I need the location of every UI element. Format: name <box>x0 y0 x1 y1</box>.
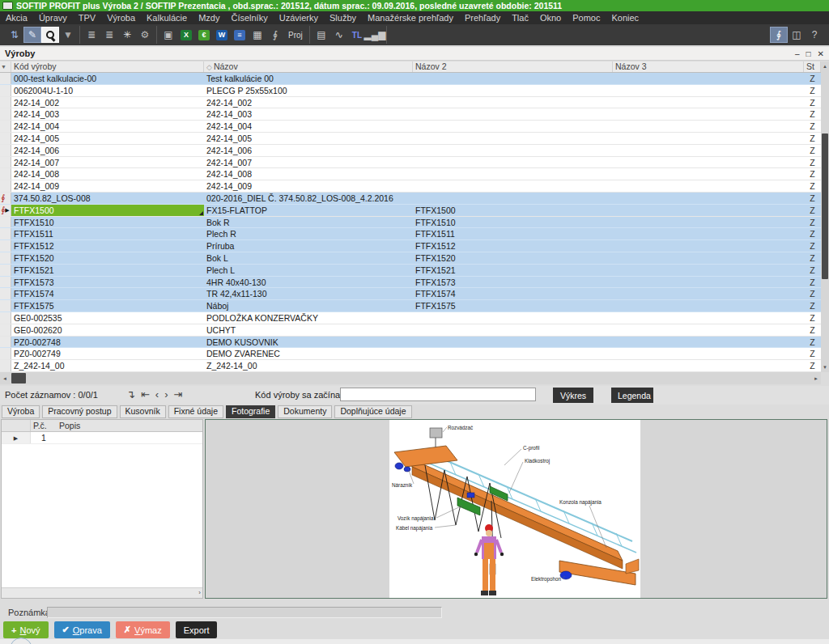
menu-item-sluzby[interactable]: Služby <box>324 11 362 24</box>
cell-kod-vyroby[interactable]: 374.50.82_LOS-008 <box>11 193 204 204</box>
cell-nazov-3[interactable] <box>613 205 804 216</box>
cell-nazov[interactable]: 4HR 40x40-130 <box>204 277 413 288</box>
table-row[interactable]: ∮374.50.82_LOS-008020-2016_DIEL Č. 374.5… <box>0 193 821 205</box>
cell-nazov-2[interactable] <box>413 193 613 204</box>
cell-st[interactable]: Z <box>804 348 821 359</box>
table-row[interactable]: PZ0-002748DEMO KUSOVNIKZ <box>0 337 821 349</box>
vertical-scrollbar-thumb[interactable] <box>822 133 828 279</box>
grid-header-gutter[interactable]: ▼ <box>0 61 11 72</box>
table-row[interactable]: 242-14_006242-14_006Z <box>0 145 821 157</box>
previous-record-icon[interactable]: ‹ <box>155 388 159 402</box>
cell-nazov[interactable]: 242-14_002 <box>204 97 413 108</box>
column-header-nazov-3[interactable]: Názov 3 <box>613 61 804 72</box>
cell-kod-vyroby[interactable]: FTFX1510 <box>11 217 204 228</box>
cell-st[interactable]: Z <box>804 312 821 324</box>
cell-kod-vyroby[interactable]: FTFX1575 <box>11 300 204 311</box>
cell-st[interactable]: Z <box>804 133 821 144</box>
cell-nazov[interactable]: 242-14_008 <box>204 168 413 180</box>
word-icon[interactable]: W <box>213 27 231 43</box>
scroll-left-icon[interactable]: ◄ <box>0 376 10 381</box>
table-row[interactable]: GE0-002620UCHYTZ <box>0 324 821 337</box>
column-header-popis[interactable]: Popis <box>57 420 202 431</box>
cell-st[interactable]: Z <box>804 300 821 311</box>
numbered-list-icon[interactable]: ≣ <box>83 27 100 43</box>
cell-st[interactable]: Z <box>804 265 821 276</box>
cell-nazov[interactable]: Plech L <box>204 265 413 276</box>
maximize-button[interactable]: □ <box>806 49 811 58</box>
cell-kod-vyroby[interactable]: 242-14_009 <box>11 180 204 192</box>
cell-nazov-3[interactable] <box>613 228 804 239</box>
cell-nazov-2[interactable] <box>413 168 613 180</box>
cell-st[interactable]: Z <box>804 97 821 108</box>
menu-item-vyroba[interactable]: Výroba <box>101 11 141 24</box>
table-icon[interactable]: ▦ <box>249 27 266 43</box>
cell-nazov-2[interactable] <box>413 180 613 192</box>
cell-nazov-2[interactable] <box>413 97 613 108</box>
cell-st[interactable]: Z <box>804 157 821 168</box>
cell-nazov-3[interactable] <box>613 288 804 299</box>
list-item[interactable]: ▶1 <box>2 432 202 444</box>
computer-icon[interactable]: ▣ <box>159 27 177 43</box>
cell-st[interactable]: Z <box>804 360 821 371</box>
gear-icon[interactable]: ⚙ <box>136 27 154 43</box>
photo-list-scrollbar[interactable]: › <box>2 587 202 598</box>
cell-nazov-3[interactable] <box>613 324 804 336</box>
cell-nazov[interactable]: DEMO KUSOVNIK <box>204 337 413 348</box>
menu-item-koniec[interactable]: Koniec <box>606 11 644 24</box>
table-row[interactable]: FTFX15734HR 40x40-130FTFX1573Z <box>0 277 821 289</box>
cell-nazov-2[interactable]: FTFX1511 <box>413 228 613 239</box>
cell-nazov-2[interactable]: FTFX1573 <box>413 277 613 288</box>
column-header-nazov[interactable]: ◇Názov <box>204 61 413 72</box>
table-row[interactable]: FTFX1510Bok RFTFX1510Z <box>0 217 821 229</box>
cell-nazov[interactable]: TR 42,4x11-130 <box>204 288 413 299</box>
txt-file-icon[interactable]: ▤ <box>312 27 330 43</box>
cell-st[interactable]: Z <box>804 240 821 252</box>
cell-nazov-2[interactable] <box>413 157 613 168</box>
menu-item-kalkulacie[interactable]: Kalkulácie <box>141 11 193 24</box>
cell-kod-vyroby[interactable]: 242-14_004 <box>11 121 204 132</box>
cell-pc[interactable]: 1 <box>31 432 57 443</box>
cell-kod-vyroby[interactable]: 242-14_006 <box>11 145 204 156</box>
cell-nazov[interactable]: PLECG P 25x55x100 <box>204 85 413 96</box>
bar-chart-icon[interactable]: ▂▄▆ <box>366 27 384 43</box>
note-field[interactable] <box>47 607 442 618</box>
cell-kod-vyroby[interactable]: FTFX1520 <box>11 252 204 264</box>
menu-item-prehlady[interactable]: Prehľady <box>459 11 506 24</box>
column-header-st[interactable]: St <box>804 61 821 72</box>
cell-st[interactable]: Z <box>804 85 821 96</box>
cell-nazov-3[interactable] <box>613 97 804 108</box>
scroll-right-icon[interactable]: ► <box>811 376 821 381</box>
cell-kod-vyroby[interactable]: GE0-002620 <box>11 324 204 336</box>
cell-kod-vyroby[interactable]: FTFX1512 <box>11 240 204 252</box>
cell-nazov[interactable]: 020-2016_DIEL Č. 374.50.82_LOS-008_4.2.2… <box>204 193 413 204</box>
excel-icon[interactable]: X <box>177 27 195 43</box>
cell-st[interactable]: Z <box>804 205 821 216</box>
cell-nazov[interactable]: 242-14_007 <box>204 157 413 168</box>
cell-nazov[interactable]: 242-14_005 <box>204 133 413 144</box>
first-record-icon[interactable]: ⇤ <box>141 388 150 402</box>
cell-nazov-3[interactable] <box>613 312 804 324</box>
legenda-button[interactable]: Legenda <box>611 388 653 403</box>
sort-icon[interactable]: ⇅ <box>6 27 23 43</box>
cell-kod-vyroby[interactable]: 242-14_008 <box>11 168 204 180</box>
tab-vyroba[interactable]: Výroba <box>2 405 40 418</box>
table-row[interactable]: 242-14_008242-14_008Z <box>0 168 821 180</box>
table-row[interactable]: FTFX1520Bok LFTFX1520Z <box>0 252 821 265</box>
menu-item-tlac[interactable]: Tlač <box>506 11 534 24</box>
cell-nazov-3[interactable] <box>613 73 804 84</box>
cell-nazov[interactable]: FX15-FLATTOP <box>204 205 413 216</box>
cell-nazov-2[interactable]: FTFX1575 <box>413 300 613 311</box>
cell-nazov[interactable]: 242-14_004 <box>204 121 413 132</box>
cell-nazov-3[interactable] <box>613 157 804 168</box>
cell-nazov[interactable]: Test kalkulácie 00 <box>204 73 413 84</box>
table-row[interactable]: 242-14_005242-14_005Z <box>0 133 821 145</box>
attachment-icon[interactable]: ∮ <box>770 27 788 43</box>
cell-st[interactable]: Z <box>804 108 821 120</box>
filter-edit-icon[interactable]: ✎ <box>23 27 41 43</box>
table-row[interactable]: FTFX1574TR 42,4x11-130FTFX1574Z <box>0 288 821 300</box>
goto-record-icon[interactable]: ↴ <box>126 388 135 402</box>
cell-nazov-3[interactable] <box>613 348 804 359</box>
cell-nazov-3[interactable] <box>613 300 804 311</box>
table-row[interactable]: FTFX1521Plech LFTFX1521Z <box>0 265 821 277</box>
table-row[interactable]: FTFX1511Plech RFTFX1511Z <box>0 228 821 240</box>
